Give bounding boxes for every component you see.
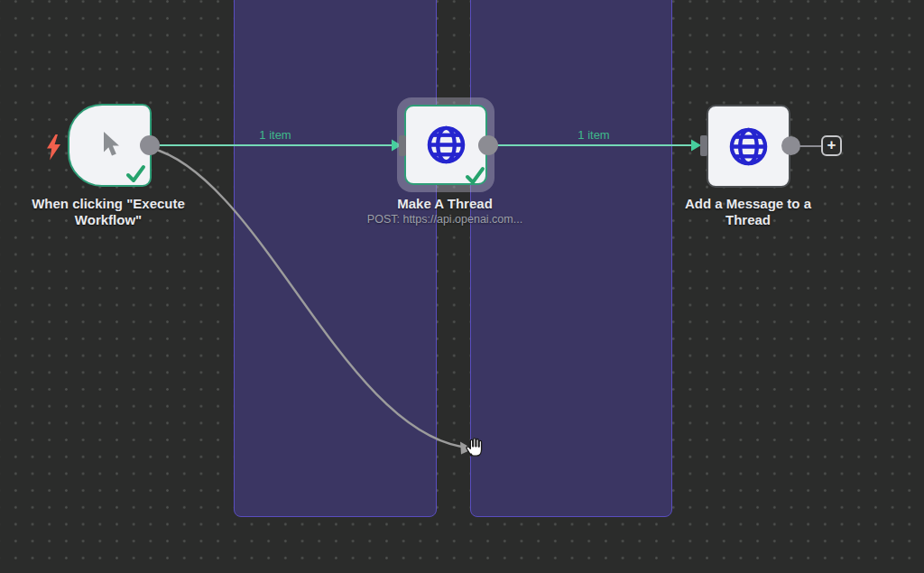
- edge-label-items-2: 1 item: [558, 128, 630, 142]
- hand-cursor-icon: [464, 434, 488, 458]
- add-node-button[interactable]: +: [821, 135, 842, 156]
- output-connector-manual-trigger[interactable]: [140, 135, 160, 155]
- output-connector-add-message[interactable]: [781, 136, 800, 155]
- input-connector-add-message[interactable]: [700, 135, 707, 156]
- sticky-panel-right[interactable]: [470, 0, 672, 517]
- edge-label-items-1: 1 item: [239, 128, 311, 142]
- globe-icon: [425, 124, 467, 166]
- workflow-canvas[interactable]: 1 item 1 item When clicking "Execute Wor…: [0, 0, 924, 573]
- output-connector-make-a-thread[interactable]: [478, 135, 498, 155]
- sticky-panel-left[interactable]: [234, 0, 437, 517]
- node-label-manual-trigger: When clicking "Execute Workflow": [23, 196, 194, 228]
- node-label-make-a-thread: Make A Thread: [361, 196, 529, 212]
- globe-icon: [727, 125, 770, 168]
- node-add-message-to-thread[interactable]: [707, 105, 790, 188]
- connection-wires: [0, 0, 924, 573]
- input-connector-make-a-thread[interactable]: [399, 135, 406, 156]
- lightning-bolt-icon: [46, 134, 61, 161]
- mouse-pointer-icon: [92, 127, 128, 163]
- node-label-add-message: Add a Message to a Thread: [671, 196, 825, 228]
- success-check-icon: [465, 165, 485, 186]
- success-check-icon: [125, 163, 146, 184]
- node-subtitle-make-a-thread: POST: https://api.openai.com...: [346, 213, 544, 226]
